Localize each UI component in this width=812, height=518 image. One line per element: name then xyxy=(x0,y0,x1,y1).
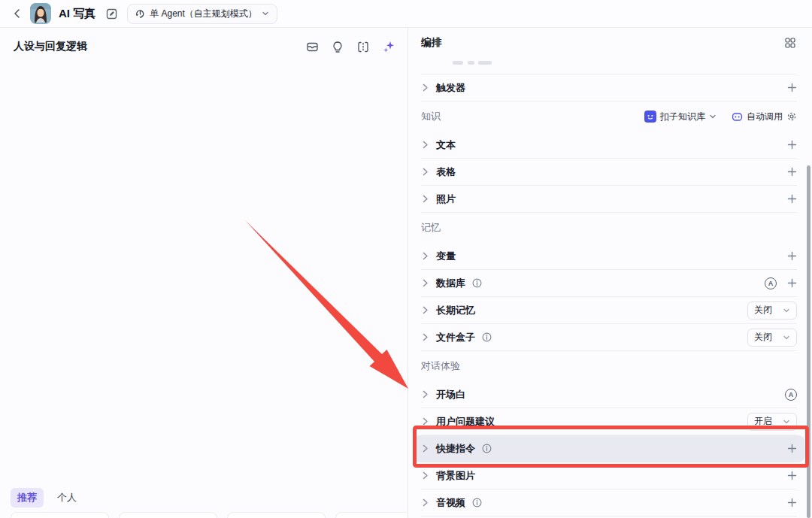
row-question-suggestion[interactable]: 用户问题建议 开启 xyxy=(421,408,797,435)
plus-icon[interactable] xyxy=(787,83,797,92)
chevron-right-icon xyxy=(421,83,429,92)
auto-generate-badge[interactable]: A xyxy=(785,389,797,401)
agent-mode-icon xyxy=(135,9,145,19)
row-label: 变量 xyxy=(436,250,456,263)
row-shortcut-command[interactable]: 快捷指令 xyxy=(414,435,804,462)
row-long-term-memory[interactable]: 长期记忆 关闭 xyxy=(421,297,797,324)
question-suggestion-select[interactable]: 开启 xyxy=(747,413,797,431)
bot-title: AI 写真 xyxy=(59,7,95,21)
row-opening[interactable]: 开场白 A xyxy=(421,381,797,408)
agent-mode-dropdown[interactable]: 单 Agent（自主规划模式） xyxy=(127,4,277,24)
prompt-library-button[interactable] xyxy=(305,40,319,53)
chevron-right-icon xyxy=(421,417,429,426)
library-icon xyxy=(306,41,319,53)
plus-icon[interactable] xyxy=(787,444,797,453)
info-icon[interactable] xyxy=(472,498,482,507)
section-memory: 记忆 xyxy=(421,213,797,243)
orchestrate-title: 编排 xyxy=(421,36,442,50)
row-label: 开场白 xyxy=(436,388,465,401)
row-label: 表格 xyxy=(436,165,456,179)
info-icon[interactable] xyxy=(482,332,492,342)
row-photo[interactable]: 照片 xyxy=(421,186,797,213)
section-label: 知识 xyxy=(421,110,441,123)
section-knowledge: 知识 扣子知识库 自动调用 xyxy=(421,101,797,132)
row-label: 快捷指令 xyxy=(436,442,475,456)
section-label: 记忆 xyxy=(421,221,441,235)
persona-toolbar xyxy=(305,40,395,53)
layout-grid-button[interactable] xyxy=(783,36,797,50)
file-box-select[interactable]: 关闭 xyxy=(747,329,797,347)
grid-icon xyxy=(785,38,795,48)
auto-generate-badge[interactable]: A xyxy=(765,277,777,289)
auto-call-label: 自动调用 xyxy=(747,111,783,123)
row-file-box[interactable]: 文件盒子 关闭 xyxy=(421,324,797,351)
suggestion-card[interactable] xyxy=(119,512,217,518)
edit-title-button[interactable] xyxy=(105,7,118,20)
kb-source-dropdown[interactable]: 扣子知识库 xyxy=(644,111,717,123)
row-database[interactable]: 数据库 A xyxy=(421,270,797,297)
coze-logo-icon xyxy=(644,111,656,123)
row-label: 数据库 xyxy=(436,277,465,290)
split-view-icon xyxy=(357,41,369,53)
row-audio-video[interactable]: 音视频 xyxy=(421,489,797,516)
tips-button[interactable] xyxy=(331,40,344,53)
chevron-right-icon xyxy=(421,390,429,398)
section-chat-experience: 对话体验 xyxy=(421,351,797,381)
expand-editor-button[interactable] xyxy=(356,40,370,53)
robot-icon xyxy=(732,111,743,123)
long-term-memory-select[interactable]: 关闭 xyxy=(747,301,797,320)
ai-optimize-button[interactable] xyxy=(382,40,395,53)
persona-panel: 人设与回复逻辑 推荐 个人 xyxy=(0,28,408,518)
top-bar: AI 写真 单 Agent（自主规划模式） xyxy=(0,0,812,28)
plus-icon[interactable] xyxy=(787,194,797,204)
select-value: 开启 xyxy=(754,415,772,428)
chevron-right-icon xyxy=(421,252,429,260)
row-label: 用户问题建议 xyxy=(436,415,495,429)
info-icon[interactable] xyxy=(482,444,492,453)
info-icon[interactable] xyxy=(472,278,482,288)
chevron-right-icon xyxy=(421,306,429,314)
plus-icon[interactable] xyxy=(787,471,797,480)
row-variable[interactable]: 变量 xyxy=(421,243,797,270)
row-label: 长期记忆 xyxy=(436,304,475,317)
chevron-right-icon xyxy=(421,333,429,341)
plus-icon[interactable] xyxy=(787,140,797,150)
back-button[interactable] xyxy=(9,5,26,22)
chevron-down-icon xyxy=(783,307,790,314)
chevron-right-icon xyxy=(421,168,429,176)
row-label: 音视频 xyxy=(436,496,465,510)
row-text[interactable]: 文本 xyxy=(421,132,797,159)
row-label: 文件盒子 xyxy=(436,331,475,344)
chevron-right-icon xyxy=(421,471,429,480)
kb-source-label: 扣子知识库 xyxy=(660,111,705,123)
chevron-right-icon xyxy=(421,498,429,507)
row-trigger[interactable]: 触发器 xyxy=(421,74,797,101)
row-background-image[interactable]: 背景图片 xyxy=(421,462,797,489)
plus-icon[interactable] xyxy=(787,167,797,177)
chevron-down-icon xyxy=(262,10,269,17)
row-label: 文本 xyxy=(436,138,456,152)
row-table[interactable]: 表格 xyxy=(421,159,797,186)
avatar xyxy=(30,3,51,24)
auto-call-control: 自动调用 xyxy=(732,111,797,123)
suggestion-card[interactable] xyxy=(11,512,109,518)
persona-panel-title: 人设与回复逻辑 xyxy=(14,40,305,53)
clipped-scrolled-row xyxy=(421,58,797,74)
plus-icon[interactable] xyxy=(787,278,797,288)
chevron-down-icon xyxy=(783,334,790,341)
suggestion-card[interactable] xyxy=(227,512,326,518)
orchestrate-header: 编排 xyxy=(421,28,797,58)
plus-icon[interactable] xyxy=(787,498,797,507)
scrollbar-thumb[interactable] xyxy=(807,165,810,518)
row-label: 触发器 xyxy=(436,81,465,95)
suggestion-card[interactable] xyxy=(335,512,408,518)
select-value: 关闭 xyxy=(754,331,772,344)
row-label: 照片 xyxy=(436,192,456,206)
chevron-left-icon xyxy=(13,9,22,18)
section-label: 对话体验 xyxy=(421,359,460,373)
tab-personal[interactable]: 个人 xyxy=(57,491,77,504)
tab-recommended[interactable]: 推荐 xyxy=(11,488,44,507)
plus-icon[interactable] xyxy=(787,251,797,261)
gear-icon[interactable] xyxy=(786,111,797,122)
chevron-right-icon xyxy=(421,279,429,287)
